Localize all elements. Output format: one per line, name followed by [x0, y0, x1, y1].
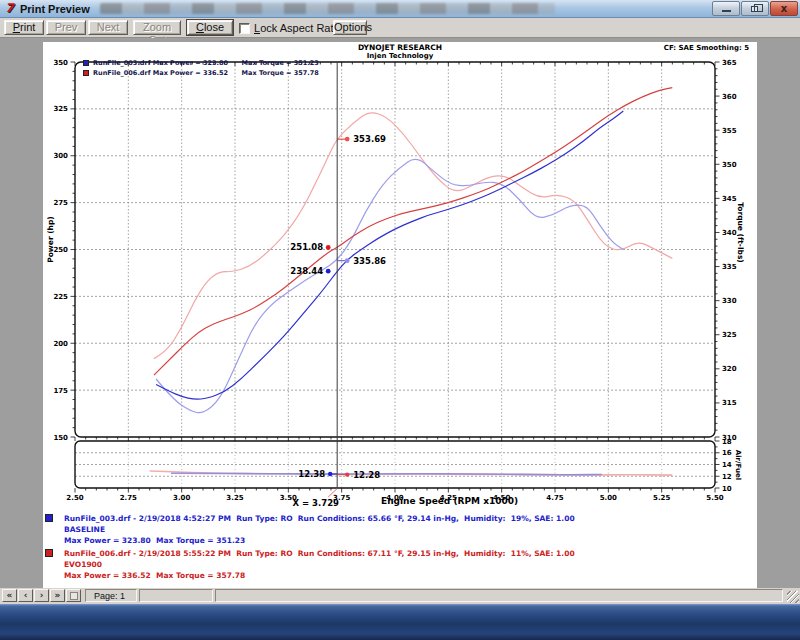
- svg-text:350: 350: [722, 161, 737, 169]
- restore-button[interactable]: [741, 1, 769, 16]
- svg-text:330: 330: [722, 297, 737, 305]
- svg-text:200: 200: [53, 340, 68, 348]
- chart-header-line1: DYNOJET RESEARCH: [43, 43, 757, 52]
- run2-info: RunFile_006.drf - 2/19/2018 5:55:22 PM R…: [64, 548, 575, 581]
- svg-text:5.25: 5.25: [653, 494, 670, 502]
- svg-text:3.25: 3.25: [226, 494, 243, 502]
- chart-legend: RunFile_003.drf Max Power = 323.80 Max T…: [83, 58, 319, 78]
- restore-icon: [751, 6, 758, 12]
- first-page-button[interactable]: «: [2, 589, 17, 602]
- goto-page-button[interactable]: [66, 589, 81, 602]
- statusbar: « ‹ › » Page: 1: [0, 588, 800, 604]
- preview-page: 2.502.753.003.253.503.754.004.254.504.75…: [43, 42, 757, 588]
- svg-text:10: 10: [722, 485, 732, 493]
- left-axis-title: Power (hp): [46, 210, 55, 270]
- legend-row: RunFile_006.drf Max Power = 336.52 Max T…: [83, 68, 319, 78]
- legend-label: RunFile_006.drf Max Power = 336.52 Max T…: [93, 69, 319, 77]
- lock-aspect-ratio-control: Lock Aspect Ratio: [239, 22, 342, 34]
- svg-text:325: 325: [53, 105, 68, 113]
- svg-text:3.00: 3.00: [173, 494, 190, 502]
- svg-text:14: 14: [722, 461, 732, 469]
- app-icon: 7: [3, 2, 16, 15]
- svg-text:275: 275: [53, 199, 68, 207]
- lock-aspect-ratio-checkbox[interactable]: [239, 23, 250, 34]
- svg-text:320: 320: [722, 365, 737, 373]
- toolbar: Print Prev Next Zoom Out Close Lock Aspe…: [0, 18, 800, 38]
- screen: 7 Print Preview x Print Prev Next Zoom O…: [0, 0, 800, 640]
- taskbar: e 7 x 1: [0, 604, 800, 640]
- svg-text:12: 12: [722, 473, 732, 481]
- svg-text:225: 225: [53, 293, 68, 301]
- prev-button[interactable]: Prev: [46, 20, 86, 35]
- svg-text:335.86: 335.86: [353, 256, 386, 266]
- svg-text:18: 18: [722, 438, 732, 446]
- next-page-button[interactable]: ›: [34, 589, 49, 602]
- svg-text:2.50: 2.50: [66, 494, 83, 502]
- resize-grip[interactable]: [787, 591, 799, 603]
- legend-swatch-red: [83, 70, 89, 76]
- page-indicator: Page: 1: [85, 589, 137, 602]
- minimize-icon: [722, 10, 731, 12]
- legend-row: RunFile_003.drf Max Power = 323.80 Max T…: [83, 58, 319, 68]
- svg-text:353.69: 353.69: [353, 134, 386, 144]
- svg-text:355: 355: [722, 127, 737, 135]
- options-button[interactable]: Options: [333, 20, 367, 35]
- svg-text:12.28: 12.28: [353, 470, 380, 480]
- minimize-button[interactable]: [712, 1, 740, 16]
- previous-page-button[interactable]: ‹: [18, 589, 33, 602]
- last-page-button[interactable]: »: [50, 589, 65, 602]
- statusbar-panel: [215, 589, 783, 602]
- window-title: Print Preview: [20, 3, 90, 15]
- titlebar: 7 Print Preview x: [0, 0, 800, 18]
- close-button[interactable]: Close: [187, 20, 233, 35]
- next-button[interactable]: Next: [88, 20, 128, 35]
- svg-text:4.75: 4.75: [546, 494, 563, 502]
- page-icon: [70, 592, 78, 600]
- run2-color-chip: [45, 549, 53, 557]
- run1-color-chip: [45, 514, 53, 522]
- svg-text:238.44: 238.44: [290, 266, 323, 276]
- svg-text:5.50: 5.50: [706, 494, 723, 502]
- titlebar-redacted-text: [100, 3, 555, 14]
- close-icon: x: [771, 2, 797, 15]
- svg-text:2.75: 2.75: [120, 494, 137, 502]
- svg-text:5.00: 5.00: [600, 494, 617, 502]
- dyno-chart: 2.502.753.003.253.503.754.004.254.504.75…: [43, 42, 757, 588]
- svg-text:250: 250: [53, 246, 68, 254]
- svg-text:175: 175: [53, 387, 68, 395]
- chart-header-smoothing: CF: SAE Smoothing: 5: [664, 44, 749, 52]
- right-axis-title: Torque (ft-lbs): [736, 193, 745, 273]
- run1-info: RunFile_003.drf - 2/19/2018 4:52:27 PM R…: [64, 513, 575, 546]
- svg-text:360: 360: [722, 93, 737, 101]
- close-window-button[interactable]: x: [770, 1, 798, 16]
- svg-text:300: 300: [53, 152, 68, 160]
- x-axis-title: Engine Speed (RPM x1000): [381, 496, 518, 506]
- print-button[interactable]: Print: [4, 20, 44, 35]
- svg-text:12.38: 12.38: [298, 469, 325, 479]
- lock-aspect-ratio-label: Lock Aspect Ratio: [254, 22, 342, 34]
- airfuel-axis-title: Air/Fuel: [734, 443, 742, 487]
- cursor-x-readout: X = 3.729: [283, 498, 339, 508]
- zoom-out-button[interactable]: Zoom Out: [133, 20, 181, 35]
- legend-label: RunFile_003.drf Max Power = 323.80 Max T…: [93, 59, 319, 67]
- svg-text:251.08: 251.08: [290, 242, 323, 252]
- svg-text:315: 315: [722, 399, 737, 407]
- svg-text:16: 16: [722, 449, 732, 457]
- svg-text:150: 150: [53, 434, 68, 442]
- statusbar-panel: [139, 589, 213, 602]
- legend-swatch-blue: [83, 60, 89, 66]
- svg-text:325: 325: [722, 331, 737, 339]
- print-preview-area: 2.502.753.003.253.503.754.004.254.504.75…: [0, 38, 800, 588]
